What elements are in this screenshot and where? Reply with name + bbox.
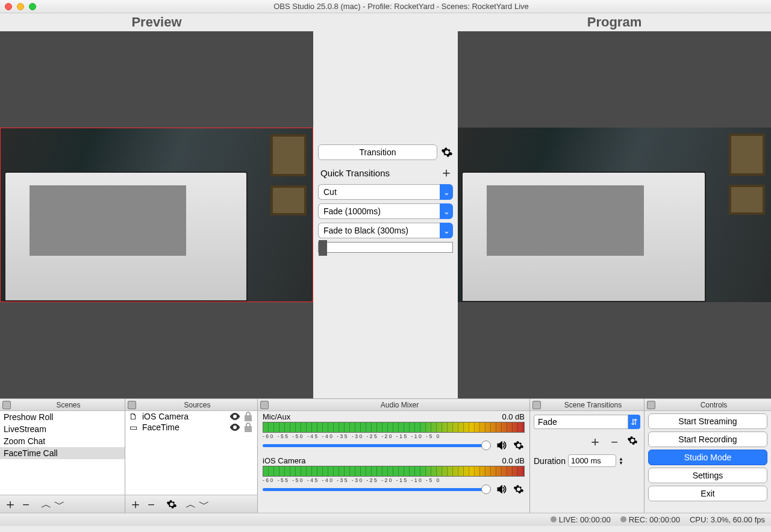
add-quick-transition-button[interactable]: ＋ xyxy=(440,166,453,179)
move-source-down-button[interactable]: ﹀ xyxy=(199,499,210,510)
add-scene-button[interactable]: ＋ xyxy=(4,498,17,511)
volume-slider[interactable] xyxy=(263,444,491,447)
preview-canvas[interactable] xyxy=(0,31,313,398)
scene-item[interactable]: FaceTime Call xyxy=(0,447,125,459)
source-name: iOS Camera xyxy=(142,412,226,421)
t-bar-slider[interactable] xyxy=(318,242,453,253)
transition-select[interactable]: Fade ⇵ xyxy=(534,415,640,429)
remove-scene-button[interactable]: － xyxy=(19,498,33,511)
visibility-toggle[interactable] xyxy=(229,412,240,421)
status-live: LIVE: 00:00:00 xyxy=(559,515,611,524)
settings-button[interactable]: Settings xyxy=(648,468,767,483)
popout-icon[interactable] xyxy=(128,401,136,409)
popout-icon[interactable] xyxy=(260,401,269,409)
popout-icon[interactable] xyxy=(532,401,541,409)
source-item[interactable]: ▭FaceTime xyxy=(125,422,257,433)
source-settings-button[interactable] xyxy=(166,499,177,510)
broadcast-icon xyxy=(551,516,557,522)
window-close-button[interactable] xyxy=(5,3,12,10)
status-cpu: CPU: 3.0%, 60.00 fps xyxy=(690,515,765,524)
mixer-channel: Mic/Aux0.0 dB-60 -55 -50 -45 -40 -35 -30… xyxy=(258,411,529,455)
scene-item[interactable]: Zoom Chat xyxy=(0,435,125,447)
quick-transitions-label: Quick Transitions xyxy=(320,168,390,178)
preview-label: Preview xyxy=(0,13,313,31)
program-source-bounds xyxy=(458,128,771,302)
record-icon xyxy=(620,516,626,522)
meter-ticks: -60 -55 -50 -45 -40 -35 -30 -25 -20 -15 … xyxy=(263,433,525,439)
status-bar: LIVE: 00:00:00 REC: 00:00:00 CPU: 3.0%, … xyxy=(0,513,771,526)
meter-ticks: -60 -55 -50 -45 -40 -35 -30 -25 -20 -15 … xyxy=(263,477,525,483)
source-item[interactable]: 🗋iOS Camera xyxy=(125,411,257,422)
vu-meter xyxy=(263,466,525,477)
chevron-down-icon[interactable]: ⌄ xyxy=(440,223,453,238)
move-scene-down-button[interactable]: ﹀ xyxy=(54,499,65,510)
gear-icon[interactable] xyxy=(513,483,525,495)
start-recording-button[interactable]: Start Recording xyxy=(648,431,767,447)
remove-transition-button[interactable]: － xyxy=(608,435,621,448)
updown-icon[interactable]: ⇵ xyxy=(628,415,640,429)
add-source-button[interactable]: ＋ xyxy=(129,498,142,511)
channel-name: iOS Camera xyxy=(263,456,306,465)
move-source-up-button[interactable]: ︿ xyxy=(186,499,196,510)
window-minimize-button[interactable] xyxy=(17,3,24,10)
transition-settings-button[interactable] xyxy=(627,435,638,448)
scenes-panel: Scenes Preshow RollLiveStreamZoom ChatFa… xyxy=(0,399,125,513)
scene-transitions-panel: Scene Transitions Fade ⇵ ＋ － Duration ▲▼ xyxy=(530,399,645,513)
channel-db: 0.0 dB xyxy=(502,412,525,421)
scene-item[interactable]: LiveStream xyxy=(0,423,125,435)
gear-icon[interactable] xyxy=(441,146,453,158)
gear-icon[interactable] xyxy=(513,439,525,451)
duration-label: Duration xyxy=(534,456,566,466)
lock-toggle[interactable] xyxy=(244,422,255,432)
audio-mixer-panel: Audio Mixer Mic/Aux0.0 dB-60 -55 -50 -45… xyxy=(258,399,530,513)
move-scene-up-button[interactable]: ︿ xyxy=(41,499,52,510)
visibility-toggle[interactable] xyxy=(229,423,240,431)
popout-icon[interactable] xyxy=(2,401,11,409)
program-label: Program xyxy=(458,13,771,31)
scenes-list[interactable]: Preshow RollLiveStreamZoom ChatFaceTime … xyxy=(0,411,125,495)
channel-db: 0.0 dB xyxy=(502,456,525,465)
add-transition-button[interactable]: ＋ xyxy=(588,435,602,448)
duration-stepper[interactable]: ▲▼ xyxy=(619,457,627,465)
chevron-down-icon[interactable]: ⌄ xyxy=(440,203,453,219)
file-icon: 🗋 xyxy=(128,412,139,421)
quick-transition-cut[interactable]: Cut ⌄ xyxy=(318,184,453,200)
quick-transition-fade[interactable]: Fade (1000ms) ⌄ xyxy=(318,203,453,219)
preview-source-bounds[interactable] xyxy=(0,128,313,302)
duration-input[interactable] xyxy=(568,454,616,467)
exit-button[interactable]: Exit xyxy=(648,486,767,501)
mixer-channel: iOS Camera0.0 dB-60 -55 -50 -45 -40 -35 … xyxy=(258,455,529,499)
popout-icon[interactable] xyxy=(647,401,655,409)
quick-transition-fade-to-black[interactable]: Fade to Black (300ms) ⌄ xyxy=(318,223,453,238)
window-title: OBS Studio 25.0.8 (mac) - Profile: Rocke… xyxy=(36,2,766,11)
vu-meter xyxy=(263,422,525,433)
remove-source-button[interactable]: － xyxy=(145,498,158,511)
sources-panel: Sources 🗋iOS Camera▭FaceTime ＋ － ︿ ﹀ xyxy=(125,399,258,513)
scene-item[interactable]: Preshow Roll xyxy=(0,411,125,423)
program-canvas[interactable] xyxy=(458,31,771,398)
transition-column: Transition Quick Transitions ＋ Cut ⌄ Fad… xyxy=(313,13,458,398)
sources-list[interactable]: 🗋iOS Camera▭FaceTime xyxy=(125,411,257,495)
titlebar: OBS Studio 25.0.8 (mac) - Profile: Rocke… xyxy=(0,0,771,13)
transition-button[interactable]: Transition xyxy=(318,144,437,160)
volume-slider[interactable] xyxy=(263,488,491,491)
controls-panel: Controls Start Streaming Start Recording… xyxy=(645,399,771,513)
studio-mode-button[interactable]: Studio Mode xyxy=(648,450,767,465)
status-rec: REC: 00:00:00 xyxy=(629,515,680,524)
speaker-icon[interactable] xyxy=(496,483,508,495)
channel-name: Mic/Aux xyxy=(263,412,290,421)
window-zoom-button[interactable] xyxy=(29,3,36,10)
chevron-down-icon[interactable]: ⌄ xyxy=(440,184,453,200)
speaker-icon[interactable] xyxy=(496,439,508,451)
window-icon: ▭ xyxy=(128,422,139,432)
source-name: FaceTime xyxy=(142,422,226,432)
start-streaming-button[interactable]: Start Streaming xyxy=(648,413,767,429)
lock-toggle[interactable] xyxy=(244,412,255,421)
